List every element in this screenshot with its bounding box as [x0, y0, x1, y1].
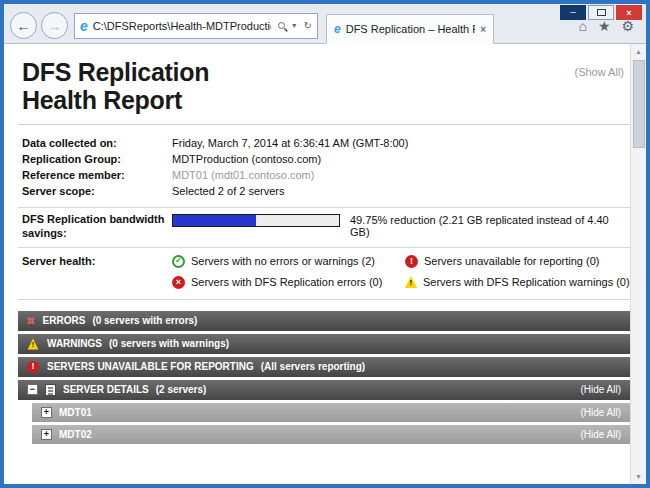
bandwidth-progress-fill [173, 215, 256, 226]
page-title-line2: Health Report [22, 86, 182, 114]
section-title: SERVER DETAILS [63, 384, 149, 395]
maximize-button[interactable] [588, 5, 614, 20]
health-item-text: Servers unavailable for reporting (0) [424, 255, 599, 267]
maximize-icon [597, 9, 606, 16]
page-content: DFS Replication Health Report (Show All)… [4, 44, 646, 484]
server-health-row: Server health: ✓ Servers with no errors … [18, 247, 630, 300]
section-title: ERRORS [43, 315, 86, 326]
bandwidth-text: 49.75% reduction (2.21 GB replicated ins… [350, 213, 630, 238]
refresh-icon[interactable]: ↻ [304, 20, 312, 31]
search-icon[interactable] [278, 22, 285, 29]
scroll-up-icon[interactable]: ▲ [631, 44, 647, 59]
yellow-warning-icon [405, 276, 417, 288]
field-label: Replication Group: [22, 153, 172, 165]
report-sections: × ERRORS (0 servers with errors) WARNING… [18, 311, 630, 444]
tab-title: DFS Replication – Health Re... [346, 23, 475, 35]
scrollbar-thumb[interactable] [633, 60, 645, 148]
field-data-collected: Data collected on: Friday, March 7, 2014… [22, 137, 630, 149]
server-name: MDT01 [59, 407, 92, 418]
minimize-button[interactable]: ─ [560, 5, 586, 20]
section-detail: (0 servers with warnings) [109, 338, 229, 349]
section-server-details[interactable]: − SERVER DETAILS (2 servers) (Hide All) [18, 380, 630, 400]
health-item-errors: × Servers with DFS Replication errors (0… [172, 276, 397, 289]
field-label: Reference member: [22, 169, 172, 181]
back-button[interactable]: ← [10, 12, 37, 39]
red-exclamation-icon: ! [405, 255, 418, 268]
health-item-unavailable: ! Servers unavailable for reporting (0) [405, 255, 630, 268]
server-name: MDT02 [59, 429, 92, 440]
field-value: MDT01 (mdt01.contoso.com) [172, 169, 314, 181]
health-item-text: Servers with DFS Replication errors (0) [191, 276, 382, 288]
server-row-mdt01[interactable]: + MDT01 (Hide All) [32, 403, 630, 422]
field-reference-member: Reference member: MDT01 (mdt01.contoso.c… [22, 169, 630, 181]
field-server-scope: Server scope: Selected 2 of 2 servers [22, 185, 630, 197]
address-url[interactable]: C:\DFSReports\Health-MDTProduction-07M [93, 20, 271, 32]
server-row-mdt02[interactable]: + MDT02 (Hide All) [32, 425, 630, 444]
show-all-link[interactable]: (Show All) [574, 66, 624, 78]
health-item-ok: ✓ Servers with no errors or warnings (2) [172, 255, 397, 268]
hide-all-link[interactable]: (Hide All) [580, 429, 621, 440]
server-health-label: Server health: [22, 255, 172, 289]
expand-icon[interactable]: + [41, 429, 52, 440]
page-title: DFS Replication Health Report [22, 58, 630, 114]
close-button[interactable]: × [616, 5, 642, 20]
hide-all-link[interactable]: (Hide All) [580, 407, 621, 418]
vertical-scrollbar[interactable]: ▲ ▼ [630, 44, 646, 484]
bandwidth-label: DFS Replication bandwidth savings: [22, 213, 172, 241]
hide-all-link[interactable]: (Hide All) [580, 384, 621, 395]
field-label: Data collected on: [22, 137, 172, 149]
field-value: Friday, March 7, 2014 at 6:36:41 AM (GMT… [172, 137, 408, 149]
browser-toolbar: ← → e C:\DFSReports\Health-MDTProduction… [4, 4, 646, 44]
error-x-icon: × [27, 314, 35, 327]
warning-triangle-icon [28, 338, 39, 349]
ie-tab-icon: e [334, 23, 341, 35]
red-x-icon: × [172, 276, 185, 289]
server-report-icon [45, 384, 56, 396]
section-unavailable[interactable]: ! SERVERS UNAVAILABLE FOR REPORTING (All… [18, 357, 630, 377]
field-replication-group: Replication Group: MDTProduction (contos… [22, 153, 630, 165]
ie-page-icon: e [80, 19, 88, 33]
field-label: Server scope: [22, 185, 172, 197]
red-exclamation-icon: ! [27, 361, 39, 373]
address-dropdown-icon[interactable]: ▼ [291, 22, 298, 29]
expand-icon[interactable]: + [41, 407, 52, 418]
field-value: Selected 2 of 2 servers [172, 185, 285, 197]
scroll-down-icon[interactable]: ▼ [631, 469, 647, 484]
tab-dfs-replication-health-report[interactable]: e DFS Replication – Health Re... × [326, 14, 494, 44]
bandwidth-savings-row: DFS Replication bandwidth savings: 49.75… [18, 207, 630, 247]
section-detail: (2 servers) [156, 384, 207, 395]
health-item-text: Servers with DFS Replication warnings (0… [423, 276, 630, 288]
report-header: DFS Replication Health Report (Show All) [18, 54, 630, 125]
address-bar[interactable]: e C:\DFSReports\Health-MDTProduction-07M… [74, 13, 318, 39]
window-caption-buttons: ─ × [558, 5, 642, 20]
report-summary-fields: Data collected on: Friday, March 7, 2014… [18, 125, 630, 207]
forward-button[interactable]: → [41, 12, 68, 39]
bandwidth-progress-bar [172, 214, 340, 227]
section-detail: (0 servers with errors) [92, 315, 197, 326]
page-title-line1: DFS Replication [22, 58, 209, 86]
section-detail: (All servers reporting) [261, 361, 365, 372]
green-check-icon: ✓ [172, 255, 185, 268]
section-title: WARNINGS [47, 338, 102, 349]
tab-close-icon[interactable]: × [480, 24, 486, 35]
section-errors[interactable]: × ERRORS (0 servers with errors) [18, 311, 630, 331]
section-title: SERVERS UNAVAILABLE FOR REPORTING [47, 361, 254, 372]
health-item-warnings: Servers with DFS Replication warnings (0… [405, 276, 630, 289]
server-health-grid: ✓ Servers with no errors or warnings (2)… [172, 255, 630, 289]
browser-window: ─ × ← → e C:\DFSReports\Health-MDTProduc… [0, 0, 650, 488]
collapse-icon[interactable]: − [27, 384, 38, 395]
health-item-text: Servers with no errors or warnings (2) [191, 255, 375, 267]
section-warnings[interactable]: WARNINGS (0 servers with warnings) [18, 334, 630, 354]
field-value: MDTProduction (contoso.com) [172, 153, 321, 165]
